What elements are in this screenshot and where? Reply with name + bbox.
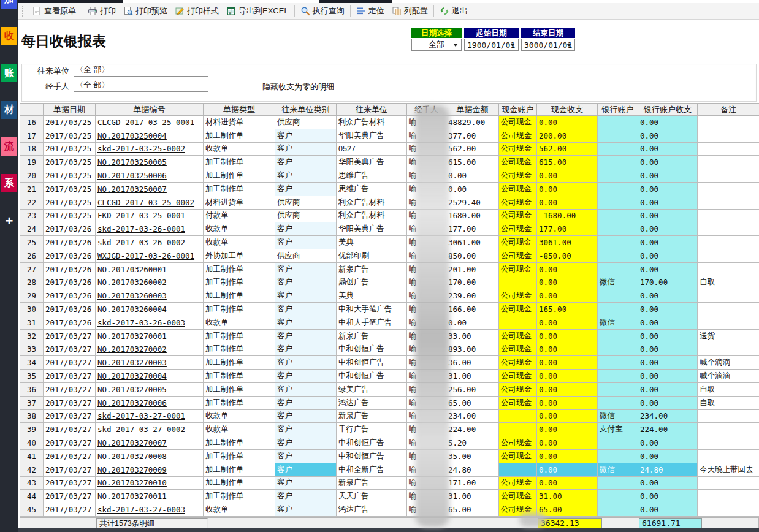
- amount-cell[interactable]: 615.00: [446, 156, 499, 169]
- doc-no-link[interactable]: NO.201703270008: [97, 452, 167, 461]
- note-cell[interactable]: 今天晚上带回去: [698, 463, 759, 476]
- amount-cell[interactable]: 5.20: [446, 436, 499, 450]
- cash-account-cell[interactable]: 公司现金: [499, 436, 537, 450]
- cash-account-cell[interactable]: 公司现金: [499, 169, 537, 183]
- cash-account-cell[interactable]: 公司现金: [499, 343, 537, 356]
- bank-account-cell[interactable]: [598, 262, 638, 276]
- cash-flow-cell[interactable]: 3061.00: [537, 236, 598, 249]
- partner-type-cell[interactable]: 客户: [275, 156, 337, 169]
- cash-flow-cell[interactable]: 0.00: [537, 262, 598, 276]
- partner-cell[interactable]: 优部印刷: [337, 249, 407, 262]
- column-header-往来单位[interactable]: 往来单位: [337, 104, 407, 116]
- doc-no-link[interactable]: NO.201703250007: [97, 184, 167, 194]
- doc-no-link[interactable]: NO.201703270004: [97, 371, 167, 381]
- column-header-单据类型[interactable]: 单据类型: [204, 104, 275, 116]
- bank-flow-cell[interactable]: 0.00: [638, 262, 698, 276]
- doc-no-link[interactable]: NO.201703250005: [97, 158, 167, 167]
- doc-no-link[interactable]: skd-2017-03-26-0003: [97, 318, 185, 327]
- doc-date-cell[interactable]: 2017/03/27: [44, 343, 96, 356]
- bank-account-cell[interactable]: [598, 382, 638, 396]
- note-cell[interactable]: [698, 423, 759, 436]
- partner-type-cell[interactable]: 客户: [275, 343, 337, 356]
- cash-account-cell[interactable]: 公司现金: [499, 196, 537, 209]
- cash-account-cell[interactable]: [499, 276, 537, 289]
- partner-type-cell[interactable]: 客户: [275, 449, 337, 463]
- doc-date-cell[interactable]: 2017/03/25: [44, 116, 96, 129]
- partner-cell[interactable]: 鸿达广告: [337, 503, 407, 517]
- bank-account-cell[interactable]: [598, 236, 638, 249]
- note-cell[interactable]: [698, 236, 759, 249]
- bank-flow-cell[interactable]: 24.80: [638, 463, 698, 476]
- cash-flow-cell[interactable]: 0.00: [537, 396, 598, 409]
- doc-no-cell[interactable]: NO.201703270009: [96, 463, 204, 476]
- toolbar-grip[interactable]: [22, 6, 25, 17]
- doc-date-cell[interactable]: 2017/03/26: [44, 289, 96, 303]
- cash-flow-cell[interactable]: 0.00: [537, 423, 598, 436]
- cash-flow-cell[interactable]: 0.00: [537, 436, 598, 450]
- doc-type-cell[interactable]: 加工制作单: [204, 476, 275, 490]
- amount-cell[interactable]: 256.00: [446, 382, 499, 396]
- doc-type-cell[interactable]: 收款单: [204, 236, 275, 249]
- partner-type-cell[interactable]: 客户: [275, 236, 337, 249]
- doc-no-link[interactable]: skd-2017-03-27-0003: [97, 505, 185, 514]
- column-header-单据日期[interactable]: 单据日期: [44, 104, 96, 116]
- doc-no-link[interactable]: NO.201703270001: [97, 332, 167, 341]
- amount-cell[interactable]: 224.00: [446, 423, 499, 436]
- bank-flow-cell[interactable]: 0.00: [638, 156, 698, 169]
- bank-flow-cell[interactable]: 0.00: [638, 449, 698, 463]
- bank-flow-cell[interactable]: 0.00: [638, 209, 698, 222]
- cash-account-cell[interactable]: 公司现金: [499, 209, 537, 222]
- amount-cell[interactable]: 3061.00: [446, 236, 499, 249]
- doc-type-cell[interactable]: 收款单: [204, 409, 275, 423]
- handler-cell[interactable]: 喻: [407, 343, 446, 356]
- doc-no-cell[interactable]: NO.201703260004: [96, 303, 204, 316]
- note-cell[interactable]: [698, 343, 759, 356]
- handler-cell[interactable]: 喻: [407, 476, 446, 490]
- handler-cell[interactable]: 喻: [407, 169, 446, 183]
- doc-no-cell[interactable]: NO.201703260001: [96, 262, 204, 276]
- doc-date-cell[interactable]: 2017/03/25: [44, 182, 96, 196]
- bank-flow-cell[interactable]: 0.00: [638, 116, 698, 129]
- partner-type-cell[interactable]: 客户: [275, 316, 337, 329]
- cash-flow-cell[interactable]: -850.00: [537, 249, 598, 262]
- sidebar-item-流[interactable]: 流: [1, 137, 17, 156]
- row-number-cell[interactable]: 26: [20, 249, 44, 262]
- row-number-cell[interactable]: 39: [20, 423, 44, 436]
- row-number-cell[interactable]: 23: [20, 209, 44, 222]
- doc-date-cell[interactable]: 2017/03/27: [44, 396, 96, 409]
- doc-type-cell[interactable]: 加工制作单: [204, 449, 275, 463]
- partner-type-cell[interactable]: 供应商: [275, 249, 337, 262]
- bank-account-cell[interactable]: [598, 169, 638, 183]
- doc-date-cell[interactable]: 2017/03/26: [44, 236, 96, 249]
- partner-type-cell[interactable]: 客户: [275, 356, 337, 370]
- partner-cell[interactable]: 新泉广告: [337, 329, 407, 343]
- doc-date-cell[interactable]: 2017/03/27: [44, 370, 96, 383]
- row-number-cell[interactable]: 31: [20, 316, 44, 329]
- amount-cell[interactable]: 0.00: [446, 169, 499, 183]
- handler-cell[interactable]: 喻: [407, 289, 446, 303]
- row-number-cell[interactable]: 22: [20, 196, 44, 209]
- note-cell[interactable]: 喊个滴滴: [698, 356, 759, 370]
- note-cell[interactable]: [698, 249, 759, 262]
- doc-type-cell[interactable]: 加工制作单: [204, 276, 275, 289]
- chevron-down-icon[interactable]: [510, 44, 515, 47]
- cash-flow-cell[interactable]: 0.00: [537, 182, 598, 196]
- hide-zero-checkbox[interactable]: 隐藏收支为零的明细: [251, 82, 334, 93]
- bank-flow-cell[interactable]: 0.00: [638, 356, 698, 370]
- sidebar-add-button[interactable]: +: [1, 212, 17, 230]
- doc-no-cell[interactable]: skd-2017-03-27-0002: [96, 423, 204, 436]
- handler-cell[interactable]: 喻: [407, 370, 446, 383]
- row-number-cell[interactable]: 40: [20, 436, 44, 450]
- sidebar-item-材[interactable]: 材: [1, 101, 17, 119]
- cash-flow-cell[interactable]: 0.00: [537, 169, 598, 183]
- cash-flow-cell[interactable]: 0.00: [537, 196, 598, 209]
- cash-flow-cell[interactable]: 0.00: [537, 382, 598, 396]
- row-number-cell[interactable]: 44: [20, 490, 44, 503]
- bank-flow-cell[interactable]: 0.00: [638, 490, 698, 503]
- doc-no-cell[interactable]: NO.201703260003: [96, 289, 204, 303]
- row-number-cell[interactable]: 32: [20, 329, 44, 343]
- note-cell[interactable]: 喊个滴滴: [698, 370, 759, 383]
- note-cell[interactable]: [698, 303, 759, 316]
- doc-type-cell[interactable]: 加工制作单: [204, 356, 275, 370]
- partner-cell[interactable]: 0527: [337, 142, 407, 156]
